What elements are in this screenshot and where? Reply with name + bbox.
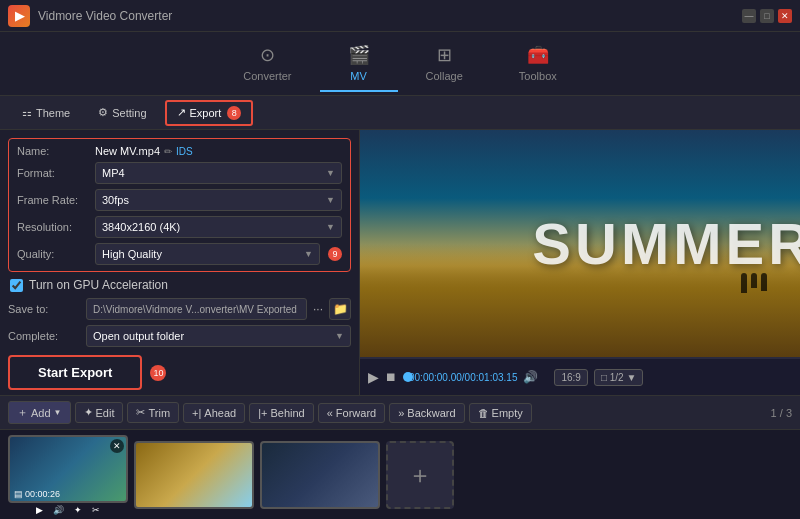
quality-label: Quality: (17, 248, 89, 260)
quality-row: Quality: High Quality ▼ 9 (17, 243, 342, 265)
add-clip-button[interactable]: ＋ (386, 441, 454, 509)
gpu-checkbox[interactable] (10, 279, 23, 292)
aspect-ratio-button[interactable]: 16:9 (554, 369, 587, 386)
frame-rate-select[interactable]: 30fps ▼ (95, 189, 342, 211)
add-icon: ＋ (17, 405, 28, 420)
resolution-row: Resolution: 3840x2160 (4K) ▼ (17, 216, 342, 238)
add-arrow: ▼ (54, 408, 62, 417)
window-controls: — □ ✕ (742, 9, 792, 23)
timeline-clip-3 (260, 441, 380, 509)
name-value: New MV.mp4 (95, 145, 160, 157)
edit-button[interactable]: ✦ Edit (75, 402, 124, 423)
start-export-button[interactable]: Start Export (8, 355, 142, 390)
complete-dropdown-arrow: ▼ (335, 331, 344, 341)
forward-label: Forward (336, 407, 376, 419)
clip-cut-1[interactable]: ✂ (92, 505, 100, 515)
export-button[interactable]: ↗ Export 8 (165, 100, 254, 126)
backward-button[interactable]: » Backward (389, 403, 464, 423)
setting-icon: ⚙ (98, 106, 108, 119)
save-more-button[interactable]: ··· (313, 302, 323, 316)
clip-thumbnail-2[interactable] (134, 441, 254, 509)
time-total: 00:01:03.15 (465, 372, 518, 383)
play-button[interactable]: ▶ (368, 369, 379, 385)
clip-play-1[interactable]: ▶ (36, 505, 43, 515)
behind-button[interactable]: |+ Behind (249, 403, 314, 423)
save-row: Save to: D:\Vidmore\Vidmore V...onverter… (8, 298, 351, 320)
tab-converter[interactable]: ⊙ Converter (215, 36, 319, 92)
summer-text: SUMMER (532, 210, 800, 277)
player-controls-area: ▶ ⏹ 00:00:00.00/00:01:03.15 🔊 16:9 (360, 357, 800, 395)
minimize-button[interactable]: — (742, 9, 756, 23)
clip-thumbnail-1[interactable]: ✕ ▤ 00:00:26 (8, 435, 128, 503)
page-indicator: 1 / 3 (771, 407, 792, 419)
player-controls-row: ▶ ⏹ 00:00:00.00/00:01:03.15 🔊 16:9 (360, 358, 800, 395)
save-folder-button[interactable]: 📁 (329, 298, 351, 320)
converter-label: Converter (243, 70, 291, 82)
format-select[interactable]: MP4 ▼ (95, 162, 342, 184)
gpu-row: Turn on GPU Acceleration (8, 278, 351, 292)
clip-time-icon-1: ▤ (14, 489, 23, 499)
quality-select[interactable]: High Quality ▼ (95, 243, 320, 265)
trim-button[interactable]: ✂ Trim (127, 402, 179, 423)
empty-button[interactable]: 🗑 Empty (469, 403, 532, 423)
quality-level-value: 1/2 (610, 372, 624, 383)
clip-sparkle-1[interactable]: ✦ (74, 505, 82, 515)
main-content: Name: New MV.mp4 ✏ IDS Format: MP4 ▼ (0, 130, 800, 395)
behind-icon: |+ (258, 407, 267, 419)
tab-mv[interactable]: 🎬 MV (320, 36, 398, 92)
restore-button[interactable]: □ (760, 9, 774, 23)
add-clip-icon: ＋ (408, 459, 432, 491)
frame-rate-label: Frame Rate: (17, 194, 89, 206)
timeline-clip-1: ✕ ▤ 00:00:26 ▶ 🔊 ✦ ✂ (8, 435, 128, 515)
name-folder-link[interactable]: IDS (176, 146, 193, 157)
right-panel: SUMMER ▶ ⏹ 00:00:00.00/00:01:03.15 🔊 (360, 130, 800, 395)
theme-icon: ⚏ (22, 106, 32, 119)
app-logo: ▶ (8, 5, 30, 27)
video-preview: SUMMER (360, 130, 800, 357)
resolution-select[interactable]: 3840x2160 (4K) ▼ (95, 216, 342, 238)
gpu-label: Turn on GPU Acceleration (29, 278, 168, 292)
trim-icon: ✂ (136, 406, 145, 419)
volume-icon[interactable]: 🔊 (523, 370, 538, 384)
complete-row: Complete: Open output folder ▼ (8, 325, 351, 347)
setting-button[interactable]: ⚙ Setting (88, 102, 156, 123)
name-value-row: New MV.mp4 ✏ IDS (95, 145, 342, 157)
theme-button[interactable]: ⚏ Theme (12, 102, 80, 123)
tab-collage[interactable]: ⊞ Collage (398, 36, 491, 92)
name-edit-icon[interactable]: ✏ (164, 146, 172, 157)
app-window: ▶ Vidmore Video Converter — □ ✕ ⊙ Conver… (0, 0, 800, 519)
folder-icon: 📁 (333, 302, 348, 316)
quality-value: High Quality (102, 248, 162, 260)
mv-label: MV (350, 70, 367, 82)
stop-button[interactable]: ⏹ (385, 370, 397, 384)
complete-select[interactable]: Open output folder ▼ (86, 325, 351, 347)
collage-icon: ⊞ (437, 44, 452, 66)
start-export-container: Start Export 10 (8, 355, 351, 390)
time-display: 00:00:00.00/00:01:03.15 (409, 372, 517, 383)
clip-close-button-1[interactable]: ✕ (110, 439, 124, 453)
export-icon: ↗ (177, 106, 186, 119)
frame-rate-value: 30fps (102, 194, 129, 206)
clip-vol-1[interactable]: 🔊 (53, 505, 64, 515)
clip-thumbnail-3[interactable] (260, 441, 380, 509)
tab-toolbox[interactable]: 🧰 Toolbox (491, 36, 585, 92)
complete-value: Open output folder (93, 330, 184, 342)
quality-level-button[interactable]: □ 1/2 ▼ (594, 369, 643, 386)
add-button[interactable]: ＋ Add ▼ (8, 401, 71, 424)
edit-label: Edit (96, 407, 115, 419)
clip-duration-1: 00:00:26 (25, 489, 60, 499)
forward-button[interactable]: « Forward (318, 403, 385, 423)
save-path-text: D:\Vidmore\Vidmore V...onverter\MV Expor… (93, 304, 297, 315)
export-form: Name: New MV.mp4 ✏ IDS Format: MP4 ▼ (8, 138, 351, 272)
close-button[interactable]: ✕ (778, 9, 792, 23)
player-right-controls: 16:9 □ 1/2 ▼ Start Export (546, 359, 800, 395)
start-export-badge: 10 (150, 365, 166, 381)
toolbox-label: Toolbox (519, 70, 557, 82)
clip-time-1: ▤ 00:00:26 (14, 489, 60, 499)
toolbox-icon: 🧰 (527, 44, 549, 66)
secondary-toolbar: ⚏ Theme ⚙ Setting ↗ Export 8 (0, 96, 800, 130)
ahead-button[interactable]: +| Ahead (183, 403, 245, 423)
progress-dot (403, 372, 413, 382)
frame-rate-dropdown-arrow: ▼ (326, 195, 335, 205)
name-row: Name: New MV.mp4 ✏ IDS (17, 145, 342, 157)
